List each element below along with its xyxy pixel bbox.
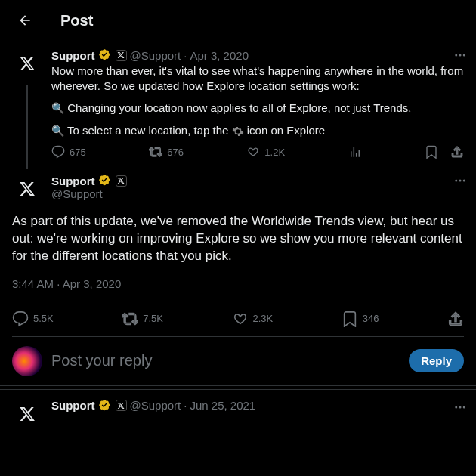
parent-post[interactable]: Support @Support · Apr 3, 2020 Now more …	[0, 41, 476, 166]
author-name[interactable]: Support	[51, 49, 95, 62]
verified-icon	[98, 48, 112, 62]
author-name[interactable]: Support	[51, 399, 95, 412]
author-handle[interactable]: @Support	[130, 399, 181, 412]
main-post: Support @Support As part of this update,…	[0, 166, 476, 337]
page-title: Post	[60, 12, 93, 29]
more-icon	[453, 400, 467, 414]
bookmark-icon	[425, 145, 438, 159]
author-avatar[interactable]	[12, 399, 42, 429]
magnifier-icon: 🔍	[51, 125, 64, 137]
like-icon	[246, 145, 260, 159]
user-avatar[interactable]	[12, 346, 42, 376]
share-button[interactable]	[450, 145, 464, 159]
like-icon	[232, 311, 249, 327]
post-date[interactable]: Apr 3, 2020	[190, 49, 249, 62]
retweet-button[interactable]: 7.5K	[122, 311, 163, 327]
post-body: As part of this update, we've removed th…	[12, 213, 464, 265]
bookmark-icon	[342, 311, 358, 327]
more-icon	[453, 48, 467, 62]
reply-icon	[51, 145, 65, 159]
retweet-button[interactable]: 676	[149, 145, 184, 159]
org-badge	[116, 400, 127, 411]
retweet-icon	[149, 145, 162, 159]
thread-reply[interactable]: Support @Support · Jun 25, 2021	[0, 389, 476, 429]
post-timestamp[interactable]: 3:44 AM · Apr 3, 2020	[12, 277, 464, 290]
author-avatar[interactable]	[12, 48, 42, 79]
back-arrow-icon	[17, 13, 32, 28]
more-button[interactable]	[453, 48, 467, 64]
share-icon	[447, 311, 464, 327]
x-logo-icon	[19, 181, 36, 197]
org-badge	[116, 50, 127, 61]
more-button[interactable]	[453, 400, 467, 416]
author-avatar[interactable]	[12, 174, 42, 204]
more-icon	[453, 174, 467, 187]
author-name[interactable]: Support	[51, 175, 95, 187]
thread-line	[26, 85, 28, 169]
back-button[interactable]	[12, 8, 38, 33]
share-icon	[450, 145, 464, 159]
x-logo-icon	[19, 406, 36, 422]
reply-button[interactable]: 5.5K	[12, 311, 54, 327]
verified-icon	[98, 174, 112, 187]
magnifier-icon: 🔍	[51, 102, 64, 114]
reply-icon	[12, 311, 29, 327]
views-button[interactable]	[348, 145, 362, 159]
verified-icon	[98, 399, 112, 413]
like-button[interactable]: 2.3K	[232, 311, 274, 327]
bookmark-button[interactable]: 346	[342, 311, 379, 327]
reply-input[interactable]: Post your reply	[51, 352, 400, 369]
share-button[interactable]	[447, 311, 464, 327]
reply-button[interactable]: 675	[51, 145, 86, 159]
org-badge	[116, 175, 127, 187]
author-handle[interactable]: @Support	[130, 49, 181, 62]
reply-submit-button[interactable]: Reply	[409, 349, 464, 372]
author-handle[interactable]: @Support	[51, 187, 464, 200]
post-date[interactable]: Jun 25, 2021	[190, 399, 255, 412]
reply-composer: Post your reply Reply	[0, 337, 476, 386]
post-body: Now more than ever, it's vital to see wh…	[51, 63, 464, 138]
gear-icon	[232, 125, 244, 138]
stats-icon	[348, 145, 362, 159]
like-button[interactable]: 1.2K	[246, 145, 285, 159]
retweet-icon	[122, 311, 138, 327]
more-button[interactable]	[453, 174, 467, 190]
x-logo-icon	[19, 55, 36, 72]
bookmark-button[interactable]	[425, 145, 438, 159]
